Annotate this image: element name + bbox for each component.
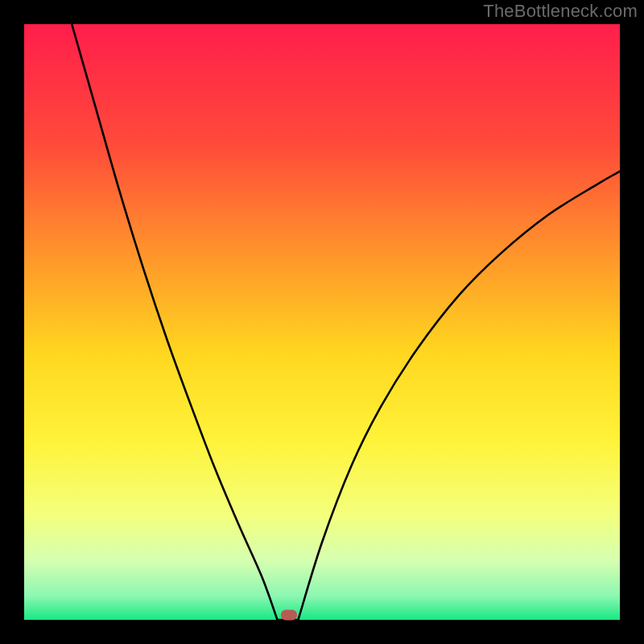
- chart-svg: [24, 24, 620, 620]
- watermark-text: TheBottleneck.com: [483, 1, 638, 22]
- plot-area: [24, 24, 620, 620]
- chart-frame: TheBottleneck.com: [0, 0, 644, 644]
- gradient-background: [24, 24, 620, 620]
- bottleneck-indicator: [281, 610, 297, 621]
